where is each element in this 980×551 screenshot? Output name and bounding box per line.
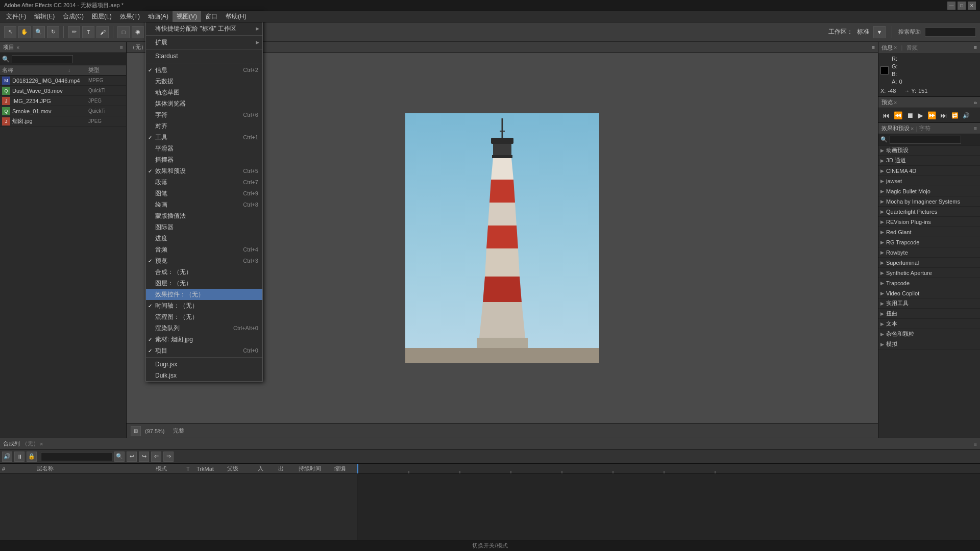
dropdown-menu-item[interactable]: 摇摆器: [146, 154, 262, 165]
menu-effect[interactable]: 效果(T): [116, 11, 144, 22]
dropdown-menu-item[interactable]: ✓ 素材: 烟囱.jpg: [146, 334, 262, 345]
menu-edit[interactable]: 编辑(E): [30, 11, 59, 22]
project-item[interactable]: Q Dust_Wave_03.mov QuickTi: [0, 86, 126, 96]
project-item[interactable]: Q Smoke_01.mov QuickTi: [0, 106, 126, 116]
dropdown-menu-item[interactable]: 效果控件：（无）: [146, 289, 262, 300]
toolbar-hand[interactable]: ✋: [18, 26, 31, 38]
effects-category-item[interactable]: ▶ CINEMA 4D: [878, 166, 980, 176]
effects-tab-close[interactable]: ×: [911, 126, 914, 132]
effects-category-item[interactable]: ▶ RG Trapcode: [878, 237, 980, 247]
timeline-search-btn[interactable]: 🔍: [114, 452, 125, 462]
dropdown-menu-item[interactable]: 媒体浏览器: [146, 98, 262, 109]
close-button[interactable]: ✕: [968, 2, 976, 10]
mute-button[interactable]: 🔊: [962, 111, 971, 120]
info-tab-close[interactable]: ×: [894, 44, 897, 51]
dropdown-menu-item[interactable]: ✓ 信息 Ctrl+2: [146, 64, 262, 76]
dropdown-menu-item[interactable]: 流程图：（无）: [146, 311, 262, 322]
dropdown-menu-item[interactable]: 动态草图: [146, 87, 262, 98]
effects-category-item[interactable]: ▶ 文本: [878, 319, 980, 329]
project-item[interactable]: M D0181226_IMG_0446.mp4 MPEG: [0, 76, 126, 86]
window-controls[interactable]: — □ ✕: [947, 2, 976, 10]
loop-button[interactable]: 🔁: [950, 111, 960, 120]
dropdown-menu-item[interactable]: 对齐: [146, 120, 262, 132]
timeline-tool-7[interactable]: ⇒: [163, 452, 174, 462]
preview-menu[interactable]: »: [974, 99, 977, 106]
toolbar-rotate[interactable]: ↻: [47, 26, 59, 38]
timeline-tool-6[interactable]: ⇐: [151, 452, 161, 462]
effects-category-item[interactable]: ▶ 杂色和颗粒: [878, 329, 980, 339]
info-menu[interactable]: ≡: [974, 44, 977, 51]
audio-tab[interactable]: 音频: [906, 44, 918, 52]
char-tab[interactable]: 字符: [919, 124, 930, 132]
dropdown-menu-item[interactable]: ✓ 效果和预设 Ctrl+5: [146, 165, 262, 177]
dropdown-menu-item[interactable]: 将快捷键分配给 "标准" 工作区 ▶: [146, 23, 262, 34]
timeline-close[interactable]: ×: [40, 441, 43, 447]
project-tab[interactable]: 项目: [3, 43, 14, 51]
panel-menu-icon[interactable]: ≡: [120, 44, 123, 51]
dropdown-menu-item[interactable]: 音频 Ctrl+4: [146, 244, 262, 255]
effects-category-item[interactable]: ▶ Superluminal: [878, 258, 980, 268]
effects-category-item[interactable]: ▶ Red Giant: [878, 227, 980, 237]
effects-category-item[interactable]: ▶ 模拟: [878, 339, 980, 349]
toolbar-pen[interactable]: ✏: [68, 26, 80, 38]
timeline-tool-5[interactable]: ↪: [139, 452, 149, 462]
toolbar-brush[interactable]: 🖌: [96, 26, 109, 38]
go-first-button[interactable]: ⏮: [881, 110, 891, 120]
preview-tab-close[interactable]: ×: [894, 99, 897, 106]
dropdown-menu-item[interactable]: 图层：（无）: [146, 278, 262, 289]
go-last-button[interactable]: ⏭: [939, 110, 948, 120]
timeline-tool-2[interactable]: ⏸: [14, 452, 24, 462]
preview-tab[interactable]: 预览: [881, 98, 893, 106]
dropdown-menu-item[interactable]: 蒙版插值法: [146, 210, 262, 221]
timeline-search[interactable]: [41, 452, 112, 461]
toolbar-shape[interactable]: □: [117, 26, 130, 38]
toolbar-text[interactable]: T: [82, 26, 94, 38]
project-item[interactable]: J 烟囱.jpg JPEG: [0, 116, 126, 127]
effects-tab[interactable]: 效果和预设: [881, 124, 910, 132]
toolbar-select[interactable]: ↖: [4, 26, 16, 38]
step-back-button[interactable]: ⏪: [893, 110, 903, 120]
effects-category-item[interactable]: ▶ REVision Plug-ins: [878, 217, 980, 227]
menu-composition[interactable]: 合成(C): [59, 11, 88, 22]
dropdown-menu-item[interactable]: ✓ 项目 Ctrl+0: [146, 345, 262, 356]
dropdown-menu-item[interactable]: 段落 Ctrl+7: [146, 177, 262, 188]
dropdown-menu-item[interactable]: 进度: [146, 233, 262, 244]
effects-search-input[interactable]: [890, 136, 961, 144]
effects-category-item[interactable]: ▶ Trapcode: [878, 278, 980, 288]
timeline-tool-4[interactable]: ↩: [127, 452, 137, 462]
project-item[interactable]: J IMG_2234.JPG JPEG: [0, 96, 126, 106]
effects-category-item[interactable]: ▶ Rowbyte: [878, 247, 980, 258]
effects-category-item[interactable]: ▶ Synthetic Aperture: [878, 268, 980, 278]
search-help-input[interactable]: [925, 28, 976, 37]
dropdown-menu-item[interactable]: 合成：（无）: [146, 266, 262, 278]
menu-view[interactable]: 视图(V): [173, 11, 201, 22]
menu-help[interactable]: 帮助(H): [222, 11, 251, 22]
minimize-button[interactable]: —: [947, 2, 955, 10]
dropdown-menu-item[interactable]: 扩展 ▶: [146, 37, 262, 48]
effects-category-item[interactable]: ▶ jawset: [878, 176, 980, 186]
effects-category-item[interactable]: ▶ Magic Bullet Mojo: [878, 186, 980, 196]
maximize-button[interactable]: □: [958, 2, 966, 10]
dropdown-menu-item[interactable]: 元数据: [146, 76, 262, 87]
viewer-fit-button[interactable]: ⊞: [131, 426, 141, 436]
step-forward-button[interactable]: ⏩: [926, 110, 937, 120]
dropdown-menu-item[interactable]: 字符 Ctrl+6: [146, 109, 262, 120]
dropdown-menu-item[interactable]: 平滑器: [146, 143, 262, 154]
dropdown-menu-item[interactable]: Dugr.jsx: [146, 359, 262, 370]
timeline-menu[interactable]: ≡: [974, 441, 977, 447]
workspace-button[interactable]: ▼: [873, 26, 886, 38]
dropdown-menu-item[interactable]: 图际器: [146, 221, 262, 233]
effects-category-item[interactable]: ▶ 动画预设: [878, 145, 980, 156]
effects-category-item[interactable]: ▶ Mocha by Imagineer Systems: [878, 196, 980, 207]
effects-category-item[interactable]: ▶ Video Copilot: [878, 288, 980, 298]
effects-align-icon[interactable]: ≡: [974, 126, 977, 132]
dropdown-menu-item[interactable]: ✓ 时间轴：（无）: [146, 300, 262, 311]
project-tab-close[interactable]: ×: [16, 44, 19, 51]
timeline-tool-3[interactable]: 🔒: [27, 452, 37, 462]
timeline-tool-1[interactable]: 🔊: [2, 452, 12, 462]
effects-category-item[interactable]: ▶ 实用工具: [878, 298, 980, 309]
dropdown-menu-item[interactable]: 绘画 Ctrl+8: [146, 199, 262, 210]
dropdown-menu-item[interactable]: 渲染队列 Ctrl+Alt+0: [146, 322, 262, 334]
dropdown-menu-item[interactable]: Duik.jsx: [146, 370, 262, 381]
effects-category-item[interactable]: ▶ 扭曲: [878, 309, 980, 319]
